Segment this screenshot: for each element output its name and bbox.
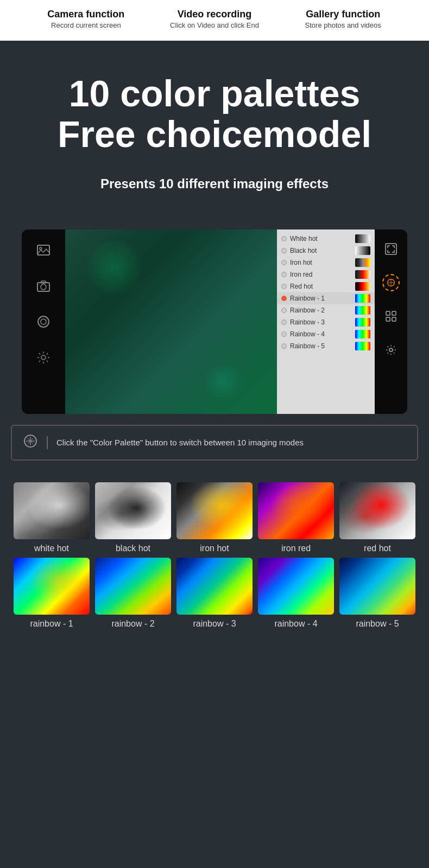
video-recording-desc: Click on Video and click End [170, 21, 259, 29]
gallery-item-rainbow4: rainbow - 4 [258, 558, 334, 629]
video-recording: Video recording Click on Video and click… [150, 9, 279, 30]
gallery-function-desc: Store photos and videos [305, 21, 381, 29]
color-palette-button[interactable] [382, 274, 400, 291]
palette-dot [281, 320, 287, 325]
palette-row-rainbow2[interactable]: Rainbow - 2 [277, 304, 375, 316]
palette-label-rainbow3: Rainbow - 3 [290, 318, 352, 326]
hero-heading: 10 color palettesFree choicemodel [22, 73, 407, 155]
gallery-thumb-red-hot [339, 482, 415, 539]
gallery-thumb-white-hot [14, 482, 90, 539]
info-bar-divider [47, 436, 48, 449]
palette-swatch-iron-hot [355, 258, 370, 267]
image-icon[interactable] [34, 240, 53, 260]
gallery-item-rainbow5: rainbow - 5 [339, 558, 415, 629]
palette-dot [281, 272, 287, 277]
palette-swatch-rainbow4 [355, 330, 370, 339]
palette-swatch-rainbow3 [355, 318, 370, 327]
svg-rect-12 [386, 311, 390, 315]
palette-label-rainbow2: Rainbow - 2 [290, 307, 352, 314]
palette-row-black-hot[interactable]: Black hot [277, 245, 375, 257]
info-bar: Click the "Color Palette" button to swit… [11, 425, 418, 461]
palette-row-rainbow1[interactable]: Rainbow - 1 [277, 292, 375, 304]
info-palette-icon [23, 433, 38, 452]
palette-dot [281, 260, 287, 265]
hero-subheading: Presents 10 different imaging effects [22, 176, 407, 192]
grid-icon[interactable] [382, 308, 400, 325]
device-screen [65, 229, 277, 414]
circle-icon[interactable] [34, 312, 53, 331]
camera-function-title: Camera function [22, 9, 150, 20]
hero-section: 10 color palettesFree choicemodel Presen… [0, 41, 429, 213]
palette-dot [281, 331, 287, 337]
palette-dot [281, 248, 287, 253]
svg-rect-15 [392, 317, 396, 321]
top-bar: Camera function Record current screen Vi… [0, 0, 429, 41]
palette-dot [281, 343, 287, 349]
svg-rect-8 [386, 244, 396, 254]
palette-label-rainbow4: Rainbow - 4 [290, 330, 352, 338]
gallery-item-iron-hot: iron hot [176, 482, 253, 553]
gallery-thumb-rainbow3 [176, 558, 253, 615]
palette-swatch-red-hot [355, 282, 370, 291]
video-recording-title: Video recording [150, 9, 279, 20]
palette-swatch-rainbow5 [355, 342, 370, 350]
gallery-thumb-rainbow4 [258, 558, 334, 615]
gallery-label-rainbow4: rainbow - 4 [274, 619, 317, 629]
palette-row-rainbow5[interactable]: Rainbow - 5 [277, 340, 375, 352]
svg-rect-13 [392, 311, 396, 315]
palette-dot [281, 236, 287, 241]
gallery-function-title: Gallery function [279, 9, 407, 20]
gallery-label-red-hot: red hot [364, 544, 391, 553]
camera-function-desc: Record current screen [51, 21, 121, 29]
gallery-section: white hot black hot iron hot iron red re… [0, 461, 429, 649]
gallery-label-white-hot: white hot [34, 544, 69, 553]
palette-swatch-white-hot [355, 234, 370, 243]
palette-dot [281, 308, 287, 313]
gallery-thumb-iron-hot [176, 482, 253, 539]
gallery-label-rainbow3: rainbow - 3 [193, 619, 236, 629]
gallery-function: Gallery function Store photos and videos [279, 9, 407, 30]
gallery-thumb-iron-red [258, 482, 334, 539]
palette-row-white-hot[interactable]: White hot [277, 233, 375, 245]
palette-row-rainbow3[interactable]: Rainbow - 3 [277, 316, 375, 328]
gallery-item-white-hot: white hot [14, 482, 90, 553]
palette-row-red-hot[interactable]: Red hot [277, 280, 375, 292]
palette-swatch-black-hot [355, 246, 370, 255]
palette-dot-active [281, 296, 287, 301]
gallery-thumb-rainbow2 [95, 558, 171, 615]
palette-label-white-hot: White hot [290, 235, 352, 242]
gear-icon[interactable] [382, 341, 400, 359]
gallery-item-red-hot: red hot [339, 482, 415, 553]
palette-row-rainbow4[interactable]: Rainbow - 4 [277, 328, 375, 340]
gallery-row-1: white hot black hot iron hot iron red re… [11, 482, 418, 553]
palette-swatch-iron-red [355, 270, 370, 279]
palette-swatch-rainbow1 [355, 294, 370, 303]
gallery-label-black-hot: black hot [116, 544, 150, 553]
palette-dot [281, 284, 287, 289]
svg-point-7 [41, 355, 46, 360]
settings-icon[interactable] [34, 348, 53, 367]
palette-row-iron-hot[interactable]: Iron hot [277, 257, 375, 269]
gallery-label-rainbow2: rainbow - 2 [111, 619, 154, 629]
svg-rect-14 [386, 317, 390, 321]
palette-label-iron-red: Iron red [290, 271, 352, 278]
expand-icon[interactable] [382, 240, 400, 258]
gallery-item-rainbow2: rainbow - 2 [95, 558, 171, 629]
palette-panel: White hot Black hot Iron hot Iron red Re [277, 229, 375, 414]
gallery-row-2: rainbow - 1 rainbow - 2 rainbow - 3 rain… [11, 558, 418, 629]
palette-row-iron-red[interactable]: Iron red [277, 269, 375, 280]
palette-label-red-hot: Red hot [290, 283, 352, 290]
info-bar-text: Click the "Color Palette" button to swit… [56, 438, 304, 447]
gallery-item-rainbow1: rainbow - 1 [14, 558, 90, 629]
svg-point-6 [41, 319, 46, 324]
palette-label-rainbow1: Rainbow - 1 [290, 295, 352, 302]
device-section: White hot Black hot Iron hot Iron red Re [0, 213, 429, 414]
camera-icon[interactable] [34, 276, 53, 296]
gallery-label-iron-red: iron red [281, 544, 311, 553]
gallery-item-iron-red: iron red [258, 482, 334, 553]
gallery-item-rainbow3: rainbow - 3 [176, 558, 253, 629]
gallery-thumb-rainbow1 [14, 558, 90, 615]
gallery-thumb-black-hot [95, 482, 171, 539]
svg-point-1 [40, 247, 42, 250]
svg-point-16 [389, 348, 393, 352]
